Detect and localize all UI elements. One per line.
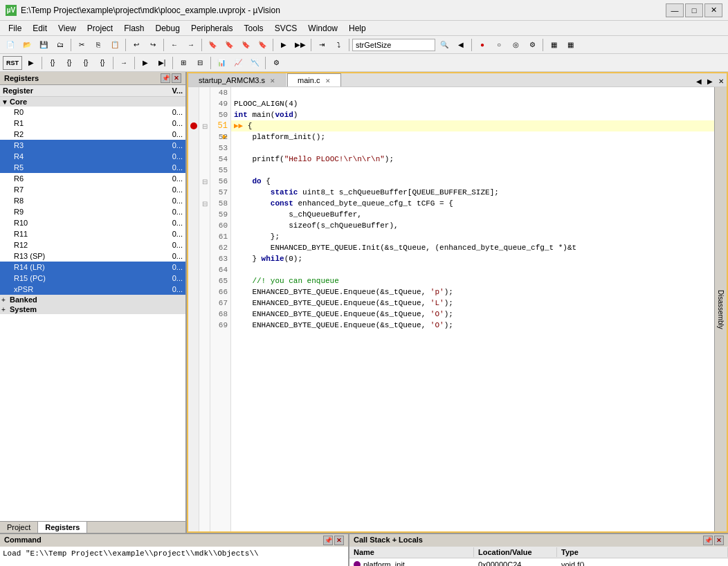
system-group-header[interactable]: + System: [0, 304, 185, 314]
tb-save[interactable]: 💾: [36, 38, 51, 52]
menu-view[interactable]: View: [53, 22, 82, 35]
reg-row-r1[interactable]: R1 0...: [0, 118, 185, 129]
maximize-button[interactable]: □: [685, 3, 703, 17]
tb-step[interactable]: ⇥: [314, 38, 329, 52]
menu-file[interactable]: File: [3, 22, 27, 35]
tb-circle2[interactable]: ◎: [508, 38, 523, 52]
command-pin-btn[interactable]: 📌: [323, 536, 333, 545]
reg-row-r3[interactable]: R3 0...: [0, 140, 185, 151]
tb2-run3[interactable]: ▶: [24, 56, 39, 70]
tb2-play[interactable]: ▶: [138, 56, 153, 70]
tb-bp4[interactable]: 🔖: [255, 38, 270, 52]
tb-step2[interactable]: ⤵: [331, 38, 346, 52]
callstack-pin-btn[interactable]: 📌: [703, 536, 713, 545]
tb-grid[interactable]: ▦: [546, 38, 561, 52]
tb2-d1[interactable]: 📊: [214, 56, 229, 70]
tb2-d2[interactable]: 📈: [230, 56, 246, 70]
tb2-rst[interactable]: RST: [3, 56, 22, 70]
fold-58[interactable]: ⊟: [199, 198, 210, 209]
tb2-d3[interactable]: 📉: [247, 56, 262, 70]
registers-pin-btn[interactable]: 📌: [161, 73, 170, 83]
reg-row-xpsr[interactable]: xPSR 0...: [0, 284, 185, 295]
tb-gear[interactable]: ⚙: [525, 38, 540, 52]
reg-row-r14[interactable]: R14 (LR) 0...: [0, 262, 185, 273]
callstack-close-btn[interactable]: ✕: [714, 536, 724, 545]
tb-open[interactable]: 📂: [19, 38, 35, 52]
reg-row-r5[interactable]: R5 0...: [0, 162, 185, 173]
menu-debug[interactable]: Debug: [150, 22, 185, 35]
reg-row-r4[interactable]: R4 0...: [0, 151, 185, 162]
tab-close-all[interactable]: ✕: [716, 76, 727, 86]
tab-project[interactable]: Project: [0, 522, 38, 533]
menu-tools[interactable]: Tools: [239, 22, 269, 35]
tb-save-all[interactable]: 🗂: [53, 38, 68, 52]
tb-bp3[interactable]: 🔖: [238, 38, 253, 52]
tb-red[interactable]: ●: [475, 38, 490, 52]
bp-51[interactable]: [188, 120, 199, 131]
tab-scroll-left[interactable]: ◀: [693, 76, 704, 86]
tb2-b2[interactable]: {}: [62, 56, 77, 70]
registers-close-btn[interactable]: ✕: [172, 73, 181, 83]
banked-group-header[interactable]: + Banked: [0, 295, 185, 304]
tb-nav-back[interactable]: ←: [167, 38, 182, 52]
tb-redo[interactable]: ↪: [145, 38, 161, 52]
tb2-c2[interactable]: ⊟: [192, 56, 208, 70]
tb-bp1[interactable]: 🔖: [205, 38, 220, 52]
menu-edit[interactable]: Edit: [27, 22, 53, 35]
tb-search-prev[interactable]: ◀: [453, 38, 468, 52]
tb-run2[interactable]: ▶▶: [293, 38, 308, 52]
reg-row-r7[interactable]: R7 0...: [0, 184, 185, 195]
menu-flash[interactable]: Flash: [118, 22, 149, 35]
code-content[interactable]: PLOOC_ALIGN(4) int main(void) ▶▶ { platf…: [231, 87, 714, 531]
tb-new[interactable]: 📄: [3, 38, 18, 52]
tb-search[interactable]: 🔍: [437, 38, 452, 52]
tb-nav-fwd[interactable]: →: [183, 38, 199, 52]
tab-mainc[interactable]: main.c ✕: [287, 73, 340, 86]
search-input[interactable]: [352, 39, 435, 51]
tb-undo[interactable]: ↩: [129, 38, 144, 52]
reg-row-r10[interactable]: R10 0...: [0, 217, 185, 228]
tb-circle1[interactable]: ○: [491, 38, 507, 52]
tb-paste[interactable]: 📋: [107, 38, 122, 52]
tb2-b4[interactable]: {}: [95, 56, 110, 70]
tb-grid2[interactable]: ▦: [563, 38, 578, 52]
menu-peripherals[interactable]: Peripherals: [185, 22, 239, 35]
command-close-btn[interactable]: ✕: [334, 536, 344, 545]
tb-cut[interactable]: ✂: [74, 38, 89, 52]
cs-row-0[interactable]: platform_init 0x00000C24 void f(): [349, 558, 728, 566]
menu-window[interactable]: Window: [302, 22, 343, 35]
reg-row-r0[interactable]: R0 0...: [0, 107, 185, 118]
tab-startup-close[interactable]: ✕: [270, 77, 275, 84]
reg-row-r12[interactable]: R12 0...: [0, 239, 185, 250]
tb2-play2[interactable]: ▶|: [154, 56, 170, 70]
disassembly-sidebar[interactable]: Disassembly: [714, 87, 727, 531]
tb2-b3[interactable]: {}: [78, 56, 93, 70]
tab-startup[interactable]: startup_ARMCM3.s ✕: [188, 73, 286, 86]
close-button[interactable]: ✕: [704, 3, 722, 17]
tb2-e1[interactable]: ⚙: [269, 56, 284, 70]
tab-scroll-right[interactable]: ▶: [704, 76, 716, 86]
core-group-header[interactable]: ▼ Core: [0, 97, 185, 107]
tb-bp2[interactable]: 🔖: [221, 38, 237, 52]
menu-help[interactable]: Help: [343, 22, 372, 35]
reg-row-r8[interactable]: R8 0...: [0, 195, 185, 206]
tab-mainc-close[interactable]: ✕: [325, 77, 331, 84]
tb2-c1[interactable]: ⊞: [176, 56, 191, 70]
reg-row-r13[interactable]: R13 (SP) 0...: [0, 250, 185, 262]
reg-row-r9[interactable]: R9 0...: [0, 206, 185, 217]
reg-row-r2[interactable]: R2 0...: [0, 129, 185, 140]
fold-56[interactable]: ⊟: [199, 176, 210, 187]
reg-row-r6[interactable]: R6 0...: [0, 173, 185, 184]
fold-64: [199, 264, 210, 275]
tab-registers[interactable]: Registers: [38, 522, 87, 533]
fold-51[interactable]: ⊟: [199, 120, 210, 131]
reg-row-r15[interactable]: R15 (PC) 0...: [0, 273, 185, 284]
reg-row-r11[interactable]: R11 0...: [0, 228, 185, 239]
tb2-arr1[interactable]: →: [116, 56, 131, 70]
tb2-b1[interactable]: {}: [45, 56, 60, 70]
minimize-button[interactable]: —: [666, 3, 684, 17]
menu-project[interactable]: Project: [82, 22, 118, 35]
tb-copy[interactable]: ⎘: [91, 38, 106, 52]
menu-svcs[interactable]: SVCS: [269, 22, 303, 35]
tb-run[interactable]: ▶: [276, 38, 291, 52]
